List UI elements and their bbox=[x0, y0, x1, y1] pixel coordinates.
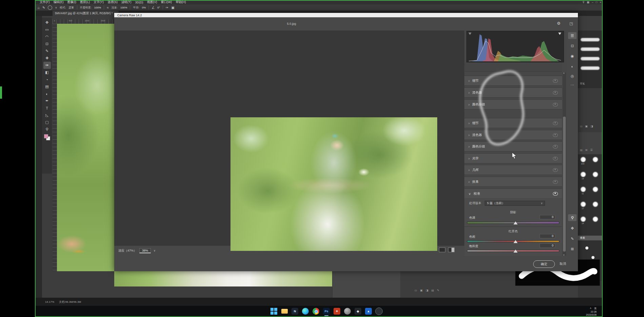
healing-tool[interactable]: ◉ bbox=[568, 53, 577, 59]
scroll-down-icon[interactable]: ∨ bbox=[563, 254, 565, 256]
minimize-button[interactable]: – bbox=[592, 1, 593, 4]
menu-layer[interactable]: 图层(L) bbox=[80, 0, 90, 4]
menu-select[interactable]: 选择(S) bbox=[107, 0, 118, 4]
eyedropper-tool[interactable]: ✎ bbox=[43, 47, 51, 55]
file-explorer-button[interactable] bbox=[281, 308, 288, 315]
brush-preset[interactable] bbox=[581, 187, 586, 192]
eye-icon[interactable] bbox=[553, 168, 558, 172]
split-view-icon[interactable] bbox=[448, 247, 455, 252]
section-detail[interactable]: › 细节 bbox=[464, 76, 562, 86]
app-gray-button[interactable] bbox=[344, 308, 351, 315]
brush-stroke-thumb[interactable] bbox=[581, 38, 600, 41]
eye-icon[interactable] bbox=[553, 121, 558, 125]
section-color-grading-2[interactable]: › 颜色分级 bbox=[464, 141, 562, 152]
brush-preset[interactable] bbox=[593, 157, 598, 162]
process-version-select[interactable]: 5 版（当前） ∨ bbox=[485, 201, 545, 206]
lasso-tool[interactable]: ◠ bbox=[43, 33, 51, 40]
saturation-slider-thumb[interactable] bbox=[514, 250, 518, 253]
brush-preset[interactable] bbox=[581, 172, 586, 177]
shape-tool[interactable]: ▢ bbox=[43, 119, 51, 126]
zoom-chevron-icon[interactable]: ∨ bbox=[154, 249, 156, 252]
pen-tool[interactable]: ✒ bbox=[43, 97, 51, 104]
search-icon[interactable]: ⚲ bbox=[583, 1, 585, 4]
flow-value[interactable]: 100% bbox=[120, 6, 127, 9]
menu-icon[interactable]: ☰ bbox=[590, 148, 592, 152]
photo-preview[interactable] bbox=[230, 117, 437, 251]
photoshop-button[interactable]: Ps bbox=[323, 308, 330, 315]
app-n-button[interactable]: N bbox=[291, 308, 299, 315]
foreground-color-swatch[interactable] bbox=[44, 134, 48, 138]
hue-value[interactable]: 0 bbox=[540, 234, 555, 238]
menu-window[interactable]: 窗口(W) bbox=[161, 0, 172, 4]
before-after-view-icon[interactable] bbox=[439, 247, 445, 252]
close-button[interactable]: × bbox=[600, 1, 601, 4]
histogram[interactable] bbox=[466, 31, 564, 62]
scrollbar-thumb[interactable] bbox=[563, 117, 566, 252]
zoom-fit-label[interactable]: 适应（47%） bbox=[118, 249, 137, 253]
eye-icon[interactable] bbox=[553, 145, 558, 148]
brush-tool-icon[interactable]: ✎ bbox=[42, 6, 45, 9]
folder-icon[interactable]: ▤ bbox=[580, 148, 583, 152]
tint-slider-thumb[interactable] bbox=[514, 221, 518, 224]
brush-stroke-thumb[interactable] bbox=[581, 66, 600, 70]
section-color-mixer-2[interactable]: › 混色器 bbox=[464, 130, 562, 140]
menu-filter[interactable]: 滤镜(T) bbox=[121, 0, 132, 4]
panel-toggle-icon[interactable]: ▣ bbox=[171, 6, 174, 9]
gear-icon[interactable]: ⚙ bbox=[557, 21, 561, 26]
red-eye-tool[interactable]: ◎ bbox=[568, 73, 577, 79]
marquee-tool[interactable]: ▭ bbox=[43, 26, 51, 33]
saturation-value[interactable]: 0 bbox=[540, 243, 555, 248]
brush-preset[interactable] bbox=[593, 202, 598, 207]
brush-preset[interactable] bbox=[593, 187, 598, 192]
brush-preset[interactable] bbox=[581, 202, 586, 207]
color-swatches[interactable] bbox=[44, 134, 50, 140]
clone-tool[interactable]: ◧ bbox=[43, 69, 51, 76]
path-select-tool[interactable]: ◺ bbox=[43, 112, 51, 119]
app-dark-button[interactable]: ◆ bbox=[354, 308, 362, 315]
menu-view[interactable]: 视图(V) bbox=[147, 0, 157, 4]
hue-slider-thumb[interactable] bbox=[514, 240, 518, 243]
eye-icon[interactable] bbox=[553, 133, 558, 137]
grid-icon[interactable]: ⊞ bbox=[585, 148, 588, 152]
saturation-slider[interactable] bbox=[467, 250, 559, 252]
opacity-value[interactable]: 100% bbox=[94, 6, 101, 9]
edit-tool[interactable]: ☰ bbox=[568, 32, 577, 39]
panel-icon[interactable]: ▭ bbox=[580, 125, 583, 128]
brush-preset[interactable] bbox=[593, 172, 598, 177]
smoothing-value[interactable]: 0% bbox=[142, 6, 146, 9]
grid-overlay-toggle[interactable]: ⊞ bbox=[568, 245, 577, 252]
move-tool[interactable]: ✥ bbox=[43, 19, 51, 26]
brush-preset[interactable] bbox=[581, 217, 586, 222]
panel-scrollbar[interactable]: ∧ ∨ bbox=[563, 73, 566, 256]
ok-button[interactable]: 确定 bbox=[533, 260, 555, 268]
zoom-tool-cr[interactable]: ⚲ bbox=[568, 214, 577, 221]
section-calibration[interactable]: ∨ 校准 bbox=[464, 189, 562, 199]
panel-icon[interactable]: ◨ bbox=[590, 125, 593, 128]
brush-tool[interactable]: ✑ bbox=[43, 62, 51, 69]
angle-icon[interactable]: ∠ bbox=[152, 6, 155, 9]
brush-preset-picker[interactable] bbox=[48, 5, 52, 10]
brush-preset[interactable] bbox=[593, 217, 598, 222]
panel-icon[interactable]: ▣ bbox=[585, 125, 588, 128]
symmetry-icon[interactable]: ✑ bbox=[166, 6, 168, 9]
app-round-button[interactable] bbox=[375, 308, 383, 315]
curve-point[interactable] bbox=[591, 256, 595, 259]
brush-stroke-thumb[interactable] bbox=[581, 47, 600, 51]
mode-value[interactable]: 正常 bbox=[69, 6, 74, 9]
preset-chevron-icon[interactable]: ∨ bbox=[55, 6, 57, 9]
tint-value[interactable]: 0 bbox=[540, 215, 555, 219]
input-language-indicator[interactable]: 英 bbox=[594, 307, 597, 310]
workspace-layout-icon[interactable]: ▦ bbox=[587, 1, 589, 4]
menu-help[interactable]: 帮助(H) bbox=[176, 0, 186, 4]
eraser-tool[interactable]: ◔ bbox=[43, 76, 51, 83]
scroll-up-icon[interactable]: ∧ bbox=[563, 72, 565, 75]
maximize-button[interactable]: □ bbox=[596, 1, 597, 4]
zoom-tool[interactable]: ⚲ bbox=[43, 126, 51, 133]
panel-icon[interactable]: ▤ bbox=[431, 289, 434, 292]
brush-stroke-thumb[interactable] bbox=[581, 57, 600, 60]
dodge-tool[interactable]: ◐ bbox=[43, 90, 51, 97]
document-tab[interactable]: 5MV4497.jpg @ 41%(图层 1 拷贝, RGB/8#) * × bbox=[53, 11, 119, 16]
crop-rotate-tool[interactable]: ⊡ bbox=[568, 42, 577, 49]
home-icon[interactable]: ⌂ bbox=[38, 6, 40, 9]
taskbar-clock[interactable]: 22:28 2023/3/28 bbox=[586, 310, 597, 316]
